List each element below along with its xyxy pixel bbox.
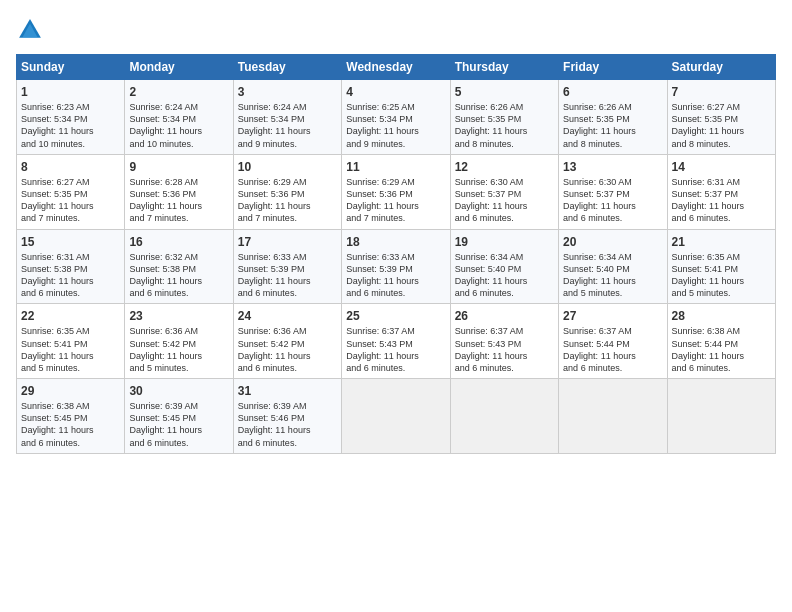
day-number: 13 [563, 159, 662, 175]
week-row-5: 29Sunrise: 6:38 AM Sunset: 5:45 PM Dayli… [17, 379, 776, 454]
day-number: 26 [455, 308, 554, 324]
day-info: Sunrise: 6:37 AM Sunset: 5:43 PM Dayligh… [346, 325, 445, 374]
calendar-cell: 1Sunrise: 6:23 AM Sunset: 5:34 PM Daylig… [17, 80, 125, 155]
day-info: Sunrise: 6:31 AM Sunset: 5:37 PM Dayligh… [672, 176, 771, 225]
col-header-monday: Monday [125, 55, 233, 80]
day-number: 12 [455, 159, 554, 175]
calendar-cell: 16Sunrise: 6:32 AM Sunset: 5:38 PM Dayli… [125, 229, 233, 304]
day-info: Sunrise: 6:23 AM Sunset: 5:34 PM Dayligh… [21, 101, 120, 150]
logo-icon [16, 16, 44, 44]
day-number: 24 [238, 308, 337, 324]
calendar-cell [559, 379, 667, 454]
calendar-table: SundayMondayTuesdayWednesdayThursdayFrid… [16, 54, 776, 454]
day-number: 11 [346, 159, 445, 175]
day-number: 10 [238, 159, 337, 175]
day-number: 5 [455, 84, 554, 100]
day-info: Sunrise: 6:30 AM Sunset: 5:37 PM Dayligh… [563, 176, 662, 225]
day-info: Sunrise: 6:38 AM Sunset: 5:44 PM Dayligh… [672, 325, 771, 374]
day-number: 2 [129, 84, 228, 100]
calendar-cell: 15Sunrise: 6:31 AM Sunset: 5:38 PM Dayli… [17, 229, 125, 304]
calendar-cell: 27Sunrise: 6:37 AM Sunset: 5:44 PM Dayli… [559, 304, 667, 379]
day-number: 9 [129, 159, 228, 175]
week-row-2: 8Sunrise: 6:27 AM Sunset: 5:35 PM Daylig… [17, 154, 776, 229]
day-number: 1 [21, 84, 120, 100]
calendar-cell: 29Sunrise: 6:38 AM Sunset: 5:45 PM Dayli… [17, 379, 125, 454]
day-number: 31 [238, 383, 337, 399]
day-info: Sunrise: 6:31 AM Sunset: 5:38 PM Dayligh… [21, 251, 120, 300]
day-number: 6 [563, 84, 662, 100]
col-header-thursday: Thursday [450, 55, 558, 80]
day-number: 25 [346, 308, 445, 324]
day-number: 18 [346, 234, 445, 250]
day-number: 23 [129, 308, 228, 324]
col-header-sunday: Sunday [17, 55, 125, 80]
day-info: Sunrise: 6:24 AM Sunset: 5:34 PM Dayligh… [129, 101, 228, 150]
day-number: 15 [21, 234, 120, 250]
day-info: Sunrise: 6:36 AM Sunset: 5:42 PM Dayligh… [129, 325, 228, 374]
day-info: Sunrise: 6:33 AM Sunset: 5:39 PM Dayligh… [346, 251, 445, 300]
calendar-cell: 4Sunrise: 6:25 AM Sunset: 5:34 PM Daylig… [342, 80, 450, 155]
day-number: 29 [21, 383, 120, 399]
day-info: Sunrise: 6:29 AM Sunset: 5:36 PM Dayligh… [346, 176, 445, 225]
day-info: Sunrise: 6:37 AM Sunset: 5:43 PM Dayligh… [455, 325, 554, 374]
header [16, 16, 776, 44]
calendar-cell: 19Sunrise: 6:34 AM Sunset: 5:40 PM Dayli… [450, 229, 558, 304]
calendar-cell: 23Sunrise: 6:36 AM Sunset: 5:42 PM Dayli… [125, 304, 233, 379]
week-row-4: 22Sunrise: 6:35 AM Sunset: 5:41 PM Dayli… [17, 304, 776, 379]
day-number: 7 [672, 84, 771, 100]
calendar-cell: 22Sunrise: 6:35 AM Sunset: 5:41 PM Dayli… [17, 304, 125, 379]
day-number: 20 [563, 234, 662, 250]
calendar-cell: 9Sunrise: 6:28 AM Sunset: 5:36 PM Daylig… [125, 154, 233, 229]
day-info: Sunrise: 6:28 AM Sunset: 5:36 PM Dayligh… [129, 176, 228, 225]
calendar-cell: 13Sunrise: 6:30 AM Sunset: 5:37 PM Dayli… [559, 154, 667, 229]
day-number: 30 [129, 383, 228, 399]
calendar-cell: 26Sunrise: 6:37 AM Sunset: 5:43 PM Dayli… [450, 304, 558, 379]
day-number: 19 [455, 234, 554, 250]
calendar-cell [667, 379, 775, 454]
day-info: Sunrise: 6:35 AM Sunset: 5:41 PM Dayligh… [21, 325, 120, 374]
calendar-cell: 17Sunrise: 6:33 AM Sunset: 5:39 PM Dayli… [233, 229, 341, 304]
col-header-saturday: Saturday [667, 55, 775, 80]
day-info: Sunrise: 6:25 AM Sunset: 5:34 PM Dayligh… [346, 101, 445, 150]
calendar-cell: 21Sunrise: 6:35 AM Sunset: 5:41 PM Dayli… [667, 229, 775, 304]
col-header-tuesday: Tuesday [233, 55, 341, 80]
day-info: Sunrise: 6:33 AM Sunset: 5:39 PM Dayligh… [238, 251, 337, 300]
page: SundayMondayTuesdayWednesdayThursdayFrid… [0, 0, 792, 612]
calendar-cell [342, 379, 450, 454]
calendar-cell: 8Sunrise: 6:27 AM Sunset: 5:35 PM Daylig… [17, 154, 125, 229]
calendar-cell: 18Sunrise: 6:33 AM Sunset: 5:39 PM Dayli… [342, 229, 450, 304]
logo [16, 16, 48, 44]
calendar-cell: 6Sunrise: 6:26 AM Sunset: 5:35 PM Daylig… [559, 80, 667, 155]
day-number: 16 [129, 234, 228, 250]
day-info: Sunrise: 6:32 AM Sunset: 5:38 PM Dayligh… [129, 251, 228, 300]
calendar-cell: 30Sunrise: 6:39 AM Sunset: 5:45 PM Dayli… [125, 379, 233, 454]
day-number: 28 [672, 308, 771, 324]
day-info: Sunrise: 6:27 AM Sunset: 5:35 PM Dayligh… [21, 176, 120, 225]
calendar-cell: 5Sunrise: 6:26 AM Sunset: 5:35 PM Daylig… [450, 80, 558, 155]
calendar-cell: 25Sunrise: 6:37 AM Sunset: 5:43 PM Dayli… [342, 304, 450, 379]
day-number: 21 [672, 234, 771, 250]
col-header-friday: Friday [559, 55, 667, 80]
day-number: 17 [238, 234, 337, 250]
day-number: 27 [563, 308, 662, 324]
calendar-cell: 2Sunrise: 6:24 AM Sunset: 5:34 PM Daylig… [125, 80, 233, 155]
calendar-cell: 11Sunrise: 6:29 AM Sunset: 5:36 PM Dayli… [342, 154, 450, 229]
day-info: Sunrise: 6:24 AM Sunset: 5:34 PM Dayligh… [238, 101, 337, 150]
day-info: Sunrise: 6:36 AM Sunset: 5:42 PM Dayligh… [238, 325, 337, 374]
day-info: Sunrise: 6:34 AM Sunset: 5:40 PM Dayligh… [563, 251, 662, 300]
calendar-cell: 10Sunrise: 6:29 AM Sunset: 5:36 PM Dayli… [233, 154, 341, 229]
day-number: 4 [346, 84, 445, 100]
calendar-cell: 20Sunrise: 6:34 AM Sunset: 5:40 PM Dayli… [559, 229, 667, 304]
day-info: Sunrise: 6:26 AM Sunset: 5:35 PM Dayligh… [455, 101, 554, 150]
calendar-cell: 31Sunrise: 6:39 AM Sunset: 5:46 PM Dayli… [233, 379, 341, 454]
day-info: Sunrise: 6:30 AM Sunset: 5:37 PM Dayligh… [455, 176, 554, 225]
day-info: Sunrise: 6:34 AM Sunset: 5:40 PM Dayligh… [455, 251, 554, 300]
day-number: 22 [21, 308, 120, 324]
day-number: 3 [238, 84, 337, 100]
day-info: Sunrise: 6:39 AM Sunset: 5:45 PM Dayligh… [129, 400, 228, 449]
day-number: 14 [672, 159, 771, 175]
day-info: Sunrise: 6:37 AM Sunset: 5:44 PM Dayligh… [563, 325, 662, 374]
week-row-1: 1Sunrise: 6:23 AM Sunset: 5:34 PM Daylig… [17, 80, 776, 155]
calendar-cell: 3Sunrise: 6:24 AM Sunset: 5:34 PM Daylig… [233, 80, 341, 155]
day-info: Sunrise: 6:29 AM Sunset: 5:36 PM Dayligh… [238, 176, 337, 225]
